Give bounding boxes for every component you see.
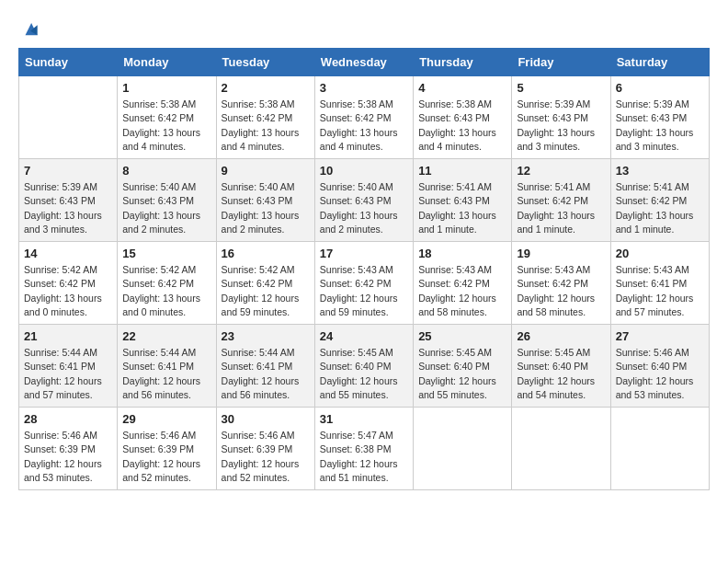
day-number: 19 <box>517 247 605 260</box>
day-info: Sunrise: 5:41 AMSunset: 6:42 PMDaylight:… <box>616 180 704 236</box>
calendar-week-row: 7Sunrise: 5:39 AMSunset: 6:43 PMDaylight… <box>19 159 710 242</box>
calendar-cell: 4Sunrise: 5:38 AMSunset: 6:43 PMDaylight… <box>414 76 512 159</box>
day-number: 25 <box>418 329 506 343</box>
day-info: Sunrise: 5:41 AMSunset: 6:42 PMDaylight:… <box>517 180 605 236</box>
logo-text <box>18 18 40 42</box>
day-info: Sunrise: 5:45 AMSunset: 6:40 PMDaylight:… <box>320 346 408 402</box>
day-number: 11 <box>418 164 506 178</box>
calendar-cell: 11Sunrise: 5:41 AMSunset: 6:43 PMDayligh… <box>414 159 512 242</box>
calendar-cell: 24Sunrise: 5:45 AMSunset: 6:40 PMDayligh… <box>314 325 413 408</box>
calendar-cell: 20Sunrise: 5:43 AMSunset: 6:41 PMDayligh… <box>610 242 709 325</box>
day-number: 23 <box>222 329 310 343</box>
day-number: 22 <box>122 329 210 343</box>
day-info: Sunrise: 5:46 AMSunset: 6:39 PMDaylight:… <box>24 429 112 485</box>
day-info: Sunrise: 5:44 AMSunset: 6:41 PMDaylight:… <box>24 346 112 402</box>
day-info: Sunrise: 5:38 AMSunset: 6:42 PMDaylight:… <box>122 98 210 154</box>
day-info: Sunrise: 5:46 AMSunset: 6:40 PMDaylight:… <box>616 346 704 402</box>
weekday-header: Monday <box>118 49 216 76</box>
day-info: Sunrise: 5:45 AMSunset: 6:40 PMDaylight:… <box>517 346 605 402</box>
calendar-cell: 28Sunrise: 5:46 AMSunset: 6:39 PMDayligh… <box>19 408 118 490</box>
day-number: 20 <box>616 247 704 260</box>
day-info: Sunrise: 5:42 AMSunset: 6:42 PMDaylight:… <box>222 263 310 319</box>
calendar-cell: 6Sunrise: 5:39 AMSunset: 6:43 PMDaylight… <box>610 76 709 159</box>
day-number: 13 <box>616 164 704 178</box>
day-info: Sunrise: 5:42 AMSunset: 6:42 PMDaylight:… <box>122 263 210 319</box>
day-info: Sunrise: 5:42 AMSunset: 6:42 PMDaylight:… <box>24 263 112 319</box>
calendar-cell: 15Sunrise: 5:42 AMSunset: 6:42 PMDayligh… <box>118 242 216 325</box>
weekday-header: Saturday <box>610 49 709 76</box>
calendar-cell: 18Sunrise: 5:43 AMSunset: 6:42 PMDayligh… <box>414 242 512 325</box>
day-number: 29 <box>122 412 210 426</box>
day-info: Sunrise: 5:41 AMSunset: 6:43 PMDaylight:… <box>418 180 506 236</box>
day-number: 7 <box>24 164 112 178</box>
day-number: 1 <box>122 81 210 95</box>
calendar-cell <box>512 408 610 490</box>
day-info: Sunrise: 5:47 AMSunset: 6:38 PMDaylight:… <box>320 429 408 485</box>
day-number: 28 <box>24 412 112 426</box>
weekday-header: Thursday <box>414 49 512 76</box>
day-number: 15 <box>122 247 210 260</box>
day-info: Sunrise: 5:45 AMSunset: 6:40 PMDaylight:… <box>418 346 506 402</box>
calendar-cell: 17Sunrise: 5:43 AMSunset: 6:42 PMDayligh… <box>314 242 413 325</box>
calendar-cell: 16Sunrise: 5:42 AMSunset: 6:42 PMDayligh… <box>216 242 314 325</box>
day-number: 17 <box>320 247 408 260</box>
calendar-cell: 9Sunrise: 5:40 AMSunset: 6:43 PMDaylight… <box>216 159 314 242</box>
day-info: Sunrise: 5:40 AMSunset: 6:43 PMDaylight:… <box>222 180 310 236</box>
day-info: Sunrise: 5:38 AMSunset: 6:43 PMDaylight:… <box>418 98 506 154</box>
day-number: 16 <box>222 247 310 260</box>
day-info: Sunrise: 5:38 AMSunset: 6:42 PMDaylight:… <box>222 98 310 154</box>
calendar-cell: 31Sunrise: 5:47 AMSunset: 6:38 PMDayligh… <box>314 408 413 490</box>
calendar-week-row: 21Sunrise: 5:44 AMSunset: 6:41 PMDayligh… <box>19 325 710 408</box>
day-number: 24 <box>320 329 408 343</box>
calendar-cell: 2Sunrise: 5:38 AMSunset: 6:42 PMDaylight… <box>216 76 314 159</box>
day-info: Sunrise: 5:40 AMSunset: 6:43 PMDaylight:… <box>320 180 408 236</box>
calendar-cell: 3Sunrise: 5:38 AMSunset: 6:42 PMDaylight… <box>314 76 413 159</box>
day-info: Sunrise: 5:38 AMSunset: 6:42 PMDaylight:… <box>320 98 408 154</box>
day-number: 21 <box>24 329 112 343</box>
page-header <box>18 18 710 39</box>
calendar-cell: 30Sunrise: 5:46 AMSunset: 6:39 PMDayligh… <box>216 408 314 490</box>
calendar-cell: 7Sunrise: 5:39 AMSunset: 6:43 PMDaylight… <box>19 159 118 242</box>
day-number: 3 <box>320 81 408 95</box>
day-number: 30 <box>222 412 310 426</box>
calendar-cell: 10Sunrise: 5:40 AMSunset: 6:43 PMDayligh… <box>314 159 413 242</box>
day-number: 8 <box>122 164 210 178</box>
calendar-cell: 1Sunrise: 5:38 AMSunset: 6:42 PMDaylight… <box>118 76 216 159</box>
day-info: Sunrise: 5:44 AMSunset: 6:41 PMDaylight:… <box>122 346 210 402</box>
day-info: Sunrise: 5:43 AMSunset: 6:42 PMDaylight:… <box>418 263 506 319</box>
calendar-week-row: 28Sunrise: 5:46 AMSunset: 6:39 PMDayligh… <box>19 408 710 490</box>
calendar-week-row: 14Sunrise: 5:42 AMSunset: 6:42 PMDayligh… <box>19 242 710 325</box>
weekday-header: Tuesday <box>216 49 314 76</box>
calendar-table: SundayMondayTuesdayWednesdayThursdayFrid… <box>18 48 710 490</box>
calendar-cell: 29Sunrise: 5:46 AMSunset: 6:39 PMDayligh… <box>118 408 216 490</box>
calendar-cell <box>19 76 118 159</box>
day-info: Sunrise: 5:44 AMSunset: 6:41 PMDaylight:… <box>222 346 310 402</box>
calendar-cell <box>610 408 709 490</box>
day-number: 5 <box>517 81 605 95</box>
weekday-header: Wednesday <box>314 49 413 76</box>
day-info: Sunrise: 5:39 AMSunset: 6:43 PMDaylight:… <box>616 98 704 154</box>
day-info: Sunrise: 5:39 AMSunset: 6:43 PMDaylight:… <box>517 98 605 154</box>
day-number: 26 <box>517 329 605 343</box>
day-number: 2 <box>222 81 310 95</box>
day-number: 12 <box>517 164 605 178</box>
calendar-cell: 8Sunrise: 5:40 AMSunset: 6:43 PMDaylight… <box>118 159 216 242</box>
day-info: Sunrise: 5:46 AMSunset: 6:39 PMDaylight:… <box>222 429 310 485</box>
day-number: 10 <box>320 164 408 178</box>
calendar-week-row: 1Sunrise: 5:38 AMSunset: 6:42 PMDaylight… <box>19 76 710 159</box>
day-info: Sunrise: 5:46 AMSunset: 6:39 PMDaylight:… <box>122 429 210 485</box>
day-info: Sunrise: 5:43 AMSunset: 6:42 PMDaylight:… <box>320 263 408 319</box>
weekday-header: Friday <box>512 49 610 76</box>
calendar-cell: 23Sunrise: 5:44 AMSunset: 6:41 PMDayligh… <box>216 325 314 408</box>
calendar-cell: 13Sunrise: 5:41 AMSunset: 6:42 PMDayligh… <box>610 159 709 242</box>
calendar-cell: 27Sunrise: 5:46 AMSunset: 6:40 PMDayligh… <box>610 325 709 408</box>
calendar-cell: 14Sunrise: 5:42 AMSunset: 6:42 PMDayligh… <box>19 242 118 325</box>
day-number: 18 <box>418 247 506 260</box>
day-number: 9 <box>222 164 310 178</box>
day-number: 31 <box>320 412 408 426</box>
day-number: 27 <box>616 329 704 343</box>
calendar-cell: 19Sunrise: 5:43 AMSunset: 6:42 PMDayligh… <box>512 242 610 325</box>
day-info: Sunrise: 5:40 AMSunset: 6:43 PMDaylight:… <box>122 180 210 236</box>
calendar-cell: 12Sunrise: 5:41 AMSunset: 6:42 PMDayligh… <box>512 159 610 242</box>
day-info: Sunrise: 5:39 AMSunset: 6:43 PMDaylight:… <box>24 180 112 236</box>
